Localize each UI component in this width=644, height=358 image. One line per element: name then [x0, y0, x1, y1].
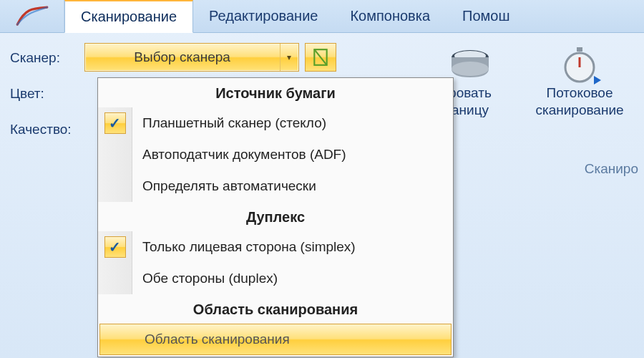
chevron-down-icon: ▾: [280, 44, 298, 71]
stream-scan-button[interactable]: Потоковое сканирование: [522, 43, 637, 120]
stream-scan-line2: сканирование: [535, 102, 623, 119]
menu-item-label: Планшетный сканер (стекло): [132, 107, 453, 139]
menu-item-flatbed[interactable]: ✓ Планшетный сканер (стекло): [98, 107, 453, 139]
scanner-controls-column: Выбор сканера ▾: [84, 43, 336, 72]
menu-item-adf[interactable]: Автоподатчик документов (ADF): [98, 139, 453, 170]
menu-item-label: Обе стороны (duplex): [132, 263, 453, 294]
check-icon: ✓: [104, 112, 126, 134]
svg-marker-8: [594, 76, 601, 84]
stream-scan-line1: Потоковое: [547, 84, 613, 102]
svg-rect-6: [577, 47, 582, 52]
ribbon-group-caption: Сканиро: [585, 161, 638, 177]
menu-section-duplex: Дуплекс: [98, 202, 453, 231]
check-icon: ✓: [104, 236, 126, 258]
menu-item-auto[interactable]: Определять автоматически: [98, 170, 453, 202]
menu-item-scan-area[interactable]: Область сканирования: [99, 324, 452, 355]
tab-strip: Сканирование Редактирование Компоновка П…: [0, 0, 644, 33]
scanner-options-menu: Источник бумаги ✓ Планшетный сканер (сте…: [97, 77, 454, 357]
scan-page-line1: ровать: [449, 84, 492, 102]
tab-edit[interactable]: Редактирование: [193, 0, 334, 32]
scanner-icon: [447, 44, 493, 84]
svg-line-1: [314, 49, 326, 65]
scan-page-line2: аницу: [452, 102, 489, 119]
quality-label: Качество:: [10, 122, 72, 137]
tab-scan[interactable]: Сканирование: [64, 0, 193, 33]
stopwatch-icon: [557, 44, 602, 84]
menu-section-scan-area: Область сканирования: [98, 294, 453, 324]
page-ruler-icon: [311, 48, 330, 67]
scanner-labels-column: Сканер: Цвет: Качество:: [10, 43, 72, 137]
menu-item-label: Определять автоматически: [132, 170, 453, 202]
svg-point-4: [452, 62, 489, 76]
scanner-select-combo[interactable]: Выбор сканера ▾: [84, 43, 299, 72]
menu-item-duplex[interactable]: Обе стороны (duplex): [98, 263, 453, 294]
menu-item-label: Только лицевая сторона (simplex): [132, 231, 453, 263]
color-label: Цвет:: [10, 86, 72, 102]
menu-item-simplex[interactable]: ✓ Только лицевая сторона (simplex): [98, 231, 453, 263]
scanner-label: Сканер:: [10, 50, 72, 66]
menu-section-paper-source: Источник бумаги: [98, 78, 453, 107]
menu-item-label: Область сканирования: [135, 324, 451, 354]
page-setup-button[interactable]: [305, 43, 336, 72]
app-logo: [0, 0, 64, 32]
tab-layout[interactable]: Компоновка: [334, 0, 447, 32]
menu-item-label: Автоподатчик документов (ADF): [132, 139, 453, 170]
tab-help[interactable]: Помош: [447, 0, 526, 32]
scanner-select-text: Выбор сканера: [85, 44, 280, 71]
swoosh-icon: [15, 5, 49, 28]
